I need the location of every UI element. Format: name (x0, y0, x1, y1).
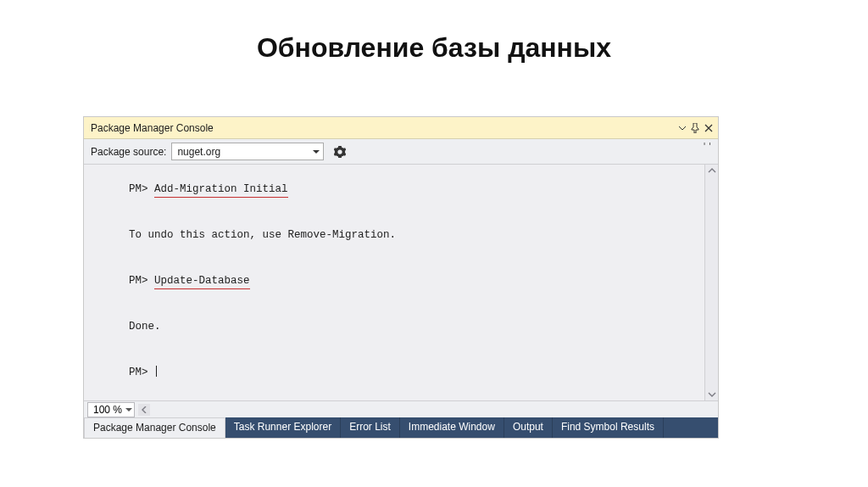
gear-icon (334, 146, 346, 158)
console-prompt: PM> (129, 367, 148, 378)
console-text: Done. (129, 321, 161, 333)
package-source-dropdown[interactable]: nuget.org (171, 143, 324, 160)
panel-toolbar: Package source: nuget.org '' (84, 139, 718, 165)
panel-title: Package Manager Console (91, 122, 679, 134)
zoom-dropdown[interactable]: 100 % (87, 402, 135, 417)
console-text: To undo this action, use Remove-Migratio… (129, 229, 396, 241)
pin-icon[interactable] (691, 123, 699, 133)
tab-error-list[interactable]: Error List (341, 417, 400, 438)
toolbar-overflow-marker: '' (702, 141, 713, 152)
package-source-value: nuget.org (177, 146, 313, 158)
scroll-left-button[interactable] (138, 404, 150, 416)
package-manager-console-window: Package Manager Console Package source: … (83, 116, 719, 439)
page-title: Обновление базы данных (0, 0, 868, 64)
tab-task-runner-explorer[interactable]: Task Runner Explorer (225, 417, 341, 438)
close-icon[interactable] (704, 124, 713, 132)
console-line: To undo this action, use Remove-Migratio… (91, 212, 713, 258)
vertical-scrollbar[interactable] (704, 165, 718, 400)
chevron-down-icon (125, 406, 132, 413)
tab-find-symbol-results[interactable]: Find Symbol Results (553, 417, 664, 438)
bottom-tabs: Package Manager Console Task Runner Expl… (84, 417, 718, 438)
console-prompt: PM> (129, 275, 148, 287)
package-source-label: Package source: (91, 146, 166, 158)
zoom-value: 100 % (93, 404, 122, 416)
chevron-down-icon (313, 148, 320, 155)
console-line: PM> Update-Database (91, 258, 713, 304)
tab-package-manager-console[interactable]: Package Manager Console (84, 417, 225, 438)
horizontal-scrollbar[interactable] (138, 404, 718, 416)
chevron-left-icon (141, 406, 147, 413)
settings-button[interactable] (331, 143, 349, 161)
scroll-up-icon (708, 166, 716, 175)
console-command: Update-Database (154, 273, 250, 288)
tab-output[interactable]: Output (504, 417, 553, 438)
dropdown-arrow-icon[interactable] (679, 125, 686, 132)
console-prompt: PM> (129, 183, 148, 195)
tab-immediate-window[interactable]: Immediate Window (400, 417, 504, 438)
console-footer: 100 % (84, 400, 718, 417)
console-command: Add-Migration Initial (154, 182, 288, 197)
tabs-filler (664, 417, 718, 438)
panel-controls (679, 123, 713, 133)
console-line: PM> (91, 350, 713, 395)
console-line: Done. (91, 304, 713, 350)
console-line: PM> Add-Migration Initial (91, 166, 713, 212)
text-cursor (156, 366, 157, 377)
console-output[interactable]: PM> Add-Migration Initial To undo this a… (84, 165, 718, 400)
panel-titlebar: Package Manager Console (84, 117, 718, 139)
scroll-down-icon (708, 390, 716, 399)
